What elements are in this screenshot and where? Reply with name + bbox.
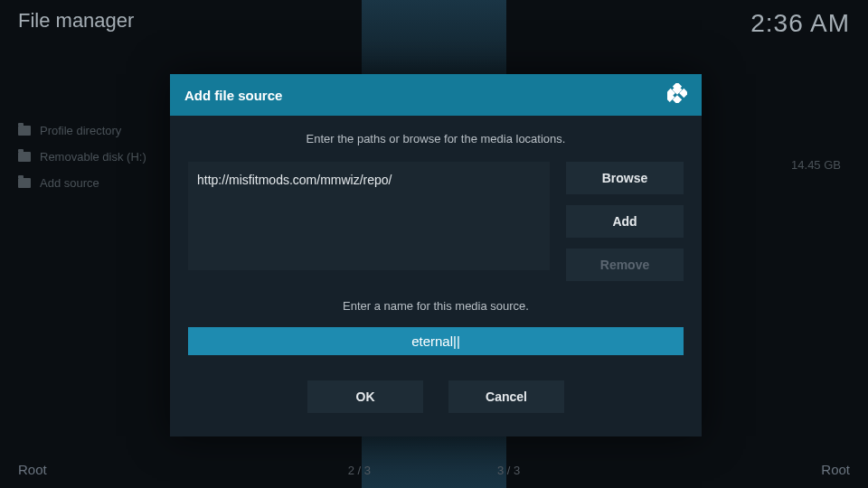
folder-icon (18, 178, 31, 188)
add-file-source-dialog: Add file source Enter the paths or brows… (170, 74, 702, 436)
svg-rect-3 (673, 95, 682, 103)
ok-button[interactable]: OK (307, 380, 423, 413)
name-instruction: Enter a name for this media source. (188, 299, 684, 313)
sidebar-item-label: Removable disk (H:) (40, 150, 146, 164)
page-title: File manager (18, 9, 134, 33)
remove-button: Remove (566, 249, 684, 281)
pager-left: 2 / 3 (348, 464, 371, 477)
path-list[interactable]: http://misfitmods.com/mmwiz/repo/ (188, 162, 550, 270)
sidebar-item-removable-disk[interactable]: Removable disk (H:) (18, 144, 181, 170)
add-button[interactable]: Add (566, 205, 684, 238)
path-instruction: Enter the paths or browse for the media … (188, 132, 684, 145)
sidebar: Profile directory Removable disk (H:) Ad… (18, 117, 181, 196)
source-name-input[interactable]: eternal| (188, 327, 684, 355)
kodi-logo-icon (667, 83, 687, 107)
sidebar-item-profile-directory[interactable]: Profile directory (18, 117, 181, 144)
folder-icon (18, 126, 31, 136)
sidebar-item-add-source[interactable]: Add source (18, 170, 181, 196)
cancel-button[interactable]: Cancel (448, 380, 564, 413)
sidebar-item-label: Add source (40, 176, 99, 190)
dialog-header: Add file source (170, 74, 702, 116)
disk-size-label: 14.45 GB (791, 158, 841, 172)
pager-right: 3 / 3 (497, 464, 520, 477)
browse-button[interactable]: Browse (566, 162, 684, 194)
path-value[interactable]: http://misfitmods.com/mmwiz/repo/ (197, 173, 541, 187)
clock: 2:36 AM (750, 9, 850, 38)
sidebar-item-label: Profile directory (40, 124, 121, 137)
dialog-title: Add file source (184, 88, 282, 103)
folder-icon (18, 152, 31, 162)
